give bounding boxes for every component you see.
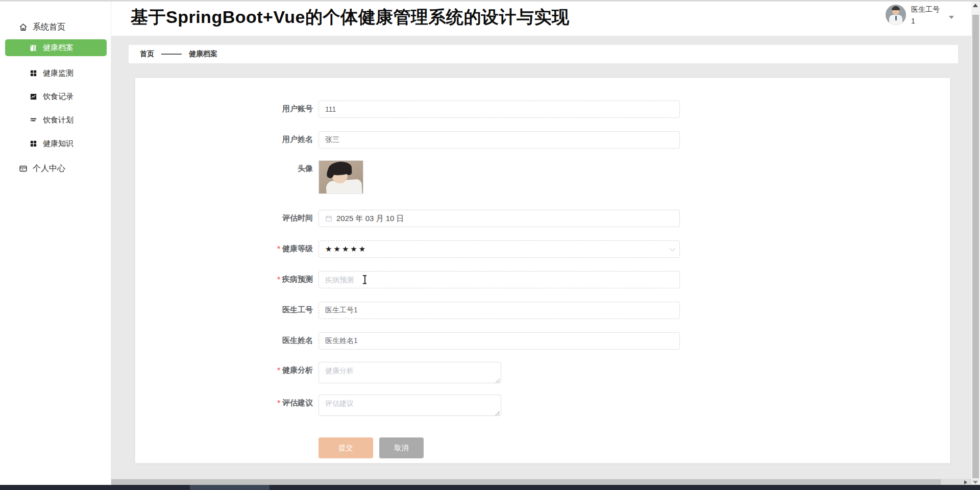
taskbar-edge bbox=[0, 485, 980, 490]
disease-predict-input[interactable] bbox=[318, 271, 680, 288]
field-label: 医生姓名 bbox=[135, 332, 313, 346]
chart-icon bbox=[29, 92, 38, 101]
header: 基于SpringBoot+Vue的个体健康管理系统的设计与实现 医生工号 1 bbox=[111, 2, 971, 36]
scroll-down-icon[interactable] bbox=[973, 481, 978, 484]
sidebar-item-label: 饮食计划 bbox=[43, 115, 74, 125]
sidebar-item-label: 健康档案 bbox=[43, 43, 74, 53]
sidebar-item-label: 系统首页 bbox=[33, 22, 65, 33]
health-level-select[interactable]: ★★★★★ bbox=[318, 240, 680, 258]
vertical-scrollbar-thumb[interactable] bbox=[972, 15, 979, 478]
user-name: 医生工号 bbox=[911, 5, 940, 14]
form-row-user-name: 用户姓名 bbox=[135, 131, 950, 149]
archive-icon bbox=[29, 43, 38, 53]
sidebar-item-health-archive[interactable]: 健康档案 bbox=[5, 39, 107, 56]
sidebar-item-label: 饮食记录 bbox=[43, 92, 74, 102]
field-label: 医生工号 bbox=[135, 302, 313, 315]
sidebar-item-health-monitor[interactable]: 健康监测 bbox=[0, 67, 111, 79]
user-id: 1 bbox=[911, 17, 940, 25]
page-title: 基于SpringBoot+Vue的个体健康管理系统的设计与实现 bbox=[131, 6, 570, 29]
assess-date-value: 2025 年 03 月 10 日 bbox=[336, 214, 404, 224]
form-row-user-account: 用户账号 bbox=[135, 101, 950, 118]
user-account-input[interactable] bbox=[318, 101, 680, 118]
field-label: 头像 bbox=[135, 160, 313, 174]
text-cursor bbox=[362, 275, 367, 285]
sidebar-item-diet-plan[interactable]: 饮食计划 bbox=[0, 114, 111, 126]
breadcrumb: 首页 健康档案 bbox=[129, 45, 958, 63]
form-row-disease-predict: *疾病预测 bbox=[135, 271, 950, 288]
required-marker: * bbox=[277, 398, 280, 407]
field-label: *疾病预测 bbox=[135, 271, 313, 284]
resize-handle-icon[interactable] bbox=[495, 411, 500, 415]
form-card: 用户账号 用户姓名 头像 评估时间 2025 年 03 月 10 日 bbox=[135, 78, 950, 463]
doctor-avatar bbox=[886, 5, 906, 25]
field-label: *健康等级 bbox=[135, 240, 313, 254]
card-icon bbox=[18, 164, 28, 173]
sidebar-item-personal-center[interactable]: 个人中心 bbox=[0, 161, 111, 176]
grid-icon bbox=[29, 68, 38, 78]
sidebar: 系统首页 健康档案 健康监测 饮食记录 饮食计划 健康知识 个人中心 bbox=[0, 2, 111, 485]
chevron-down-icon[interactable] bbox=[949, 16, 954, 19]
assess-date-picker[interactable]: 2025 年 03 月 10 日 bbox=[318, 210, 680, 227]
user-photo[interactable] bbox=[318, 160, 363, 194]
form-row-assess-date: 评估时间 2025 年 03 月 10 日 bbox=[135, 210, 950, 227]
field-label: *评估建议 bbox=[135, 395, 313, 408]
required-marker: * bbox=[277, 244, 280, 253]
field-label: 评估时间 bbox=[135, 210, 313, 223]
doctor-name-input[interactable] bbox=[318, 332, 680, 350]
list-icon bbox=[29, 115, 38, 125]
vertical-scrollbar[interactable] bbox=[971, 2, 980, 485]
sidebar-item-label: 健康监测 bbox=[43, 68, 74, 78]
sidebar-item-label: 健康知识 bbox=[43, 139, 74, 149]
sidebar-item-system-home[interactable]: 系统首页 bbox=[0, 20, 111, 34]
chevron-down-icon bbox=[670, 246, 675, 251]
form-row-assess-advice: *评估建议 bbox=[135, 395, 950, 418]
breadcrumb-separator bbox=[161, 54, 182, 55]
form-row-health-analysis: *健康分析 bbox=[135, 362, 950, 385]
resize-handle-icon[interactable] bbox=[495, 378, 500, 383]
home-icon bbox=[18, 22, 28, 32]
form-row-doctor-no: 医生工号 bbox=[135, 302, 950, 319]
grid-icon bbox=[29, 139, 38, 148]
form-actions: 提交 取消 bbox=[318, 437, 950, 458]
sidebar-item-health-knowledge[interactable]: 健康知识 bbox=[0, 138, 111, 149]
field-label: *健康分析 bbox=[135, 362, 313, 375]
field-label: 用户姓名 bbox=[135, 131, 313, 144]
form-row-avatar: 头像 bbox=[135, 160, 950, 194]
sidebar-item-label: 个人中心 bbox=[33, 163, 65, 174]
field-label: 用户账号 bbox=[135, 101, 313, 114]
health-analysis-textarea[interactable] bbox=[318, 362, 501, 383]
assess-advice-textarea[interactable] bbox=[318, 395, 501, 416]
required-marker: * bbox=[277, 365, 280, 374]
cancel-button[interactable]: 取消 bbox=[379, 437, 424, 458]
user-menu[interactable]: 医生工号 1 bbox=[886, 5, 954, 25]
form-row-health-level: *健康等级 ★★★★★ bbox=[135, 240, 950, 258]
form-row-doctor-name: 医生姓名 bbox=[135, 332, 950, 350]
user-name-input[interactable] bbox=[318, 131, 680, 149]
calendar-icon bbox=[325, 215, 332, 222]
scroll-up-icon[interactable] bbox=[973, 4, 978, 7]
health-level-value: ★★★★★ bbox=[325, 244, 367, 254]
breadcrumb-current: 健康档案 bbox=[189, 50, 217, 59]
window-top-border bbox=[0, 0, 980, 2]
required-marker: * bbox=[277, 275, 280, 283]
scroll-right-icon[interactable] bbox=[964, 480, 967, 484]
doctor-no-input[interactable] bbox=[318, 302, 680, 319]
taskbar-edge-highlight bbox=[190, 485, 270, 490]
breadcrumb-home-link[interactable]: 首页 bbox=[140, 50, 154, 59]
sidebar-item-diet-record[interactable]: 饮食记录 bbox=[0, 91, 111, 102]
submit-button[interactable]: 提交 bbox=[318, 437, 373, 458]
